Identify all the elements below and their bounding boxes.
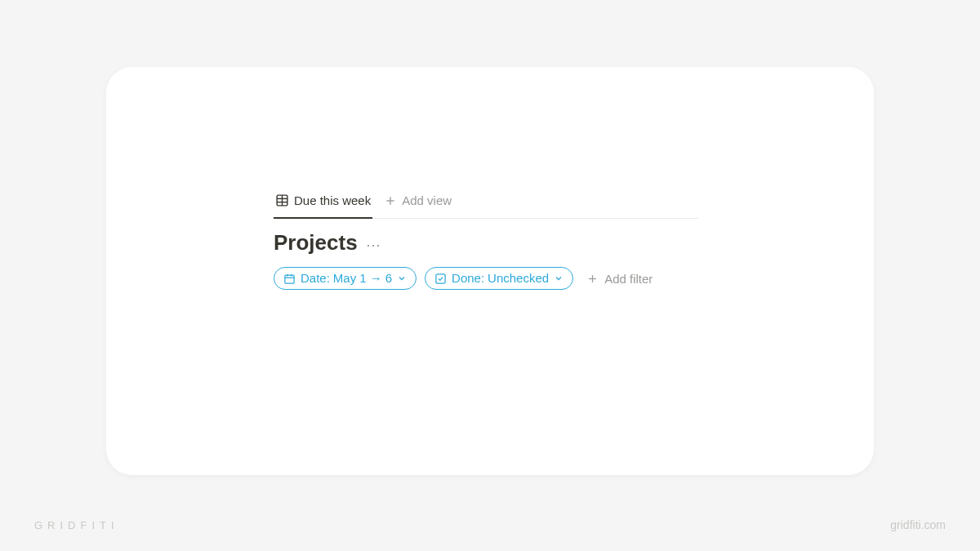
svg-rect-6 [285,275,294,283]
view-tabs: Due this week Add view [274,189,698,219]
add-filter-button[interactable]: Add filter [586,272,653,286]
tab-label: Due this week [294,193,371,207]
watermark-url: gridfiti.com [890,518,946,531]
watermark-brand: GRIDFITI [34,519,119,531]
database-view: Due this week Add view Projects ⋯ [274,189,698,290]
filter-date-text: Date: May 1 → 6 [301,271,392,286]
add-view-label: Add view [402,193,452,207]
filter-date[interactable]: Date: May 1 → 6 [274,267,416,290]
plus-icon [384,194,397,207]
filter-done-text: Done: Unchecked [452,271,549,286]
svg-rect-10 [436,273,445,282]
plus-icon [586,273,599,285]
filters-row: Date: May 1 → 6 [274,267,698,290]
filter-done[interactable]: Done: Unchecked [425,267,573,290]
arrow-right-icon: → [370,271,382,286]
table-icon [275,193,289,207]
app-card: Due this week Add view Projects ⋯ [106,67,874,475]
add-filter-label: Add filter [604,272,653,286]
database-title-row: Projects ⋯ [274,230,698,256]
checkbox-icon [434,273,447,285]
database-title[interactable]: Projects [274,230,358,256]
chevron-down-icon [554,273,564,283]
calendar-icon [283,273,296,285]
more-options-button[interactable]: ⋯ [366,233,381,254]
chevron-down-icon [397,273,407,283]
add-view-button[interactable]: Add view [384,189,452,219]
tab-due-this-week[interactable]: Due this week [274,189,372,219]
